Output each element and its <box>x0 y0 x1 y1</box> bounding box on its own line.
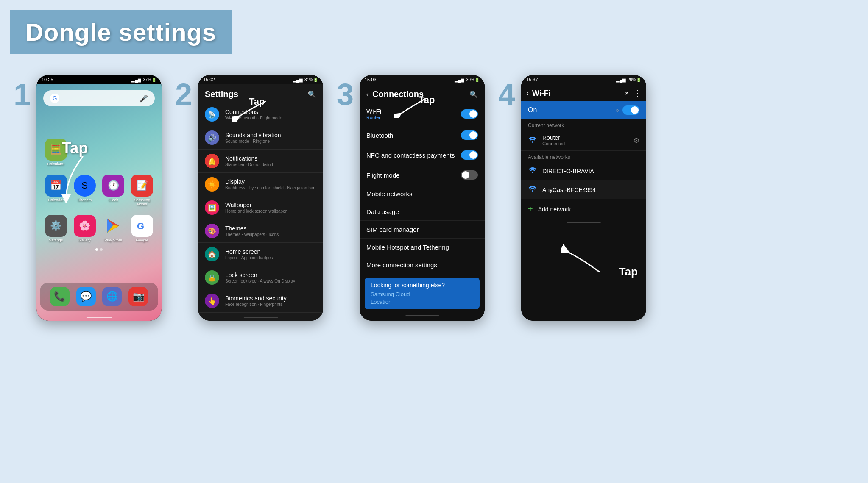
status-icons-1: ▂▄▆ 37%🔋 <box>131 78 156 82</box>
step-3: 3 15:03 ▂▄▆ 30%🔋 ‹ Connections 🔍 <box>337 75 485 321</box>
network-direct-bravia[interactable]: DIRECT-O-BRAVIA <box>521 162 646 180</box>
settings-item-display[interactable]: ☀️ Display Brightness · Eye comfort shie… <box>198 173 323 196</box>
settings-screen: Settings 🔍 Tap <box>198 84 323 321</box>
homescreen-title: Home screen <box>225 248 316 255</box>
looking-title: Looking for something else? <box>371 282 474 289</box>
location-link[interactable]: Location <box>371 299 474 305</box>
status-bar-4: 15:37 ▂▄▆ 29%🔋 <box>521 75 646 84</box>
status-bar-1: 10:25 ▂▄▆ 37%🔋 <box>36 75 162 84</box>
search-icon-3[interactable]: 🔍 <box>469 90 478 98</box>
add-network[interactable]: + Add network <box>521 199 646 219</box>
wifi-title: Wi-Fi <box>532 89 551 98</box>
router-status: Connected <box>542 141 628 146</box>
conn-sim[interactable]: SIM card manager <box>360 221 485 239</box>
app-settings[interactable]: ⚙️ Settings <box>43 215 69 242</box>
app-gallery[interactable]: 🌸 Gallery <box>72 215 98 242</box>
settings-item-lockscreen[interactable]: 🔒 Lock screen Screen lock type · Always … <box>198 266 323 289</box>
dock-browser[interactable]: 🌐 <box>102 287 122 306</box>
conn-data-usage[interactable]: Data usage <box>360 203 485 221</box>
looking-box: Looking for something else? Samsung Clou… <box>365 278 480 309</box>
camera-icon: 📷 <box>128 287 148 306</box>
signal-4: ▂▄▆ <box>616 78 626 82</box>
wifi-master-knob <box>631 106 639 114</box>
settings-item-homescreen[interactable]: 🏠 Home screen Layout · App icon badges <box>198 243 323 266</box>
arrow-2 <box>232 97 270 122</box>
step-number-1: 1 <box>14 79 35 110</box>
phone-3: 15:03 ▂▄▆ 30%🔋 ‹ Connections 🔍 Tap <box>360 75 485 321</box>
notifications-text: Notifications Status bar · Do not distur… <box>225 155 316 167</box>
status-icons-4: ▂▄▆ 29%🔋 <box>616 78 641 82</box>
conn-mobile-networks[interactable]: Mobile networks <box>360 185 485 203</box>
svg-point-5 <box>532 141 533 143</box>
current-network-item[interactable]: Router Connected ⚙ <box>521 130 646 151</box>
router-gear-icon[interactable]: ⚙ <box>634 136 639 144</box>
conn-flight[interactable]: Flight mode <box>360 165 485 185</box>
flight-label: Flight mode <box>366 172 461 179</box>
back-icon-4[interactable]: ‹ <box>526 89 529 98</box>
dock-phone[interactable]: 📞 <box>50 287 70 306</box>
notes-icon: 📝 <box>131 175 153 197</box>
home-indicator <box>87 317 112 318</box>
router-wifi-icon <box>528 136 537 145</box>
sounds-sub: Sound mode · Ringtone <box>225 139 316 144</box>
settings-label: Settings <box>49 238 63 242</box>
dock-messages[interactable]: 💬 <box>76 287 96 306</box>
messages-icon: 💬 <box>76 287 96 306</box>
battery-1: 37%🔋 <box>143 78 156 82</box>
app-google[interactable]: G Google <box>129 215 155 242</box>
biometrics-icon: 👆 <box>205 294 219 308</box>
wifi-toggle[interactable] <box>461 109 478 119</box>
browser-icon: 🌐 <box>102 287 122 306</box>
current-network-label: Current network <box>521 119 646 130</box>
svg-point-6 <box>532 172 533 173</box>
settings-item-themes[interactable]: 🎨 Themes Themes · Wallpapers · Icons <box>198 219 323 243</box>
clock-icon: 🕐 <box>102 175 124 197</box>
wifi-on-bar: On ○ <box>521 101 646 119</box>
conn-more[interactable]: More connection settings <box>360 256 485 274</box>
themes-sub: Themes · Wallpapers · Icons <box>225 232 316 237</box>
wifi-more-icon[interactable]: ✕ <box>624 90 629 97</box>
conn-nfc[interactable]: NFC and contactless payments <box>360 145 485 165</box>
plus-icon: + <box>528 204 533 214</box>
settings-icon: ⚙️ <box>45 215 67 237</box>
wallpaper-text: Wallpaper Home and lock screen wallpaper <box>225 202 316 214</box>
conn-hotspot[interactable]: Mobile Hotspot and Tethering <box>360 239 485 256</box>
display-title: Display <box>225 178 316 185</box>
network-anycast[interactable]: AnyCast-BFCE4994 <box>521 180 646 199</box>
google-label: Google <box>136 238 148 242</box>
lockscreen-sub: Screen lock type · Always On Display <box>225 279 316 283</box>
settings-item-biometrics[interactable]: 👆 Biometrics and security Face recogniti… <box>198 289 323 313</box>
settings-item-notifications[interactable]: 🔔 Notifications Status bar · Do not dist… <box>198 150 323 173</box>
app-clock[interactable]: 🕐 Clock <box>101 175 126 206</box>
notifications-title: Notifications <box>225 155 316 162</box>
settings-item-sounds[interactable]: 🔊 Sounds and vibration Sound mode · Ring… <box>198 126 323 150</box>
time-1: 10:25 <box>42 77 53 82</box>
app-samsung-notes[interactable]: 📝 Samsung Notes <box>129 175 155 206</box>
samsung-cloud-link[interactable]: Samsung Cloud <box>371 291 474 297</box>
search-icon-2[interactable]: 🔍 <box>308 90 316 98</box>
status-bar-2: 15:02 ▂▄▆ 31%🔋 <box>198 75 323 84</box>
nfc-toggle[interactable] <box>461 150 478 160</box>
wallpaper-sub: Home and lock screen wallpaper <box>225 209 316 214</box>
tap-annotation-4: Tap <box>619 265 638 278</box>
back-icon-3[interactable]: ‹ <box>366 90 369 99</box>
app-playstore[interactable]: Play Store <box>101 215 126 242</box>
wifi-toggle-knob <box>469 110 477 118</box>
arrow-4 <box>561 242 604 276</box>
arrow-3 <box>394 94 427 118</box>
add-network-label: Add network <box>538 206 571 213</box>
dock-camera[interactable]: 📷 <box>128 287 148 306</box>
flight-knob <box>462 171 469 179</box>
google-search-bar[interactable]: G 🎤 <box>43 90 155 106</box>
bt-label: Bluetooth <box>366 132 461 139</box>
wifi-menu-icon[interactable]: ⋮ <box>634 89 641 98</box>
bt-toggle[interactable] <box>461 130 478 140</box>
app-empty3 <box>129 139 155 166</box>
step-1: 1 10:25 ▂▄▆ 37%🔋 G 🎤 Tap <box>14 75 162 321</box>
settings-item-wallpaper[interactable]: 🖼️ Wallpaper Home and lock screen wallpa… <box>198 196 323 219</box>
themes-text: Themes Themes · Wallpapers · Icons <box>225 225 316 237</box>
wifi-master-toggle[interactable] <box>622 105 639 115</box>
flight-toggle[interactable] <box>461 170 478 180</box>
hotspot-label: Mobile Hotspot and Tethering <box>366 244 478 251</box>
conn-bluetooth[interactable]: Bluetooth <box>360 125 485 145</box>
